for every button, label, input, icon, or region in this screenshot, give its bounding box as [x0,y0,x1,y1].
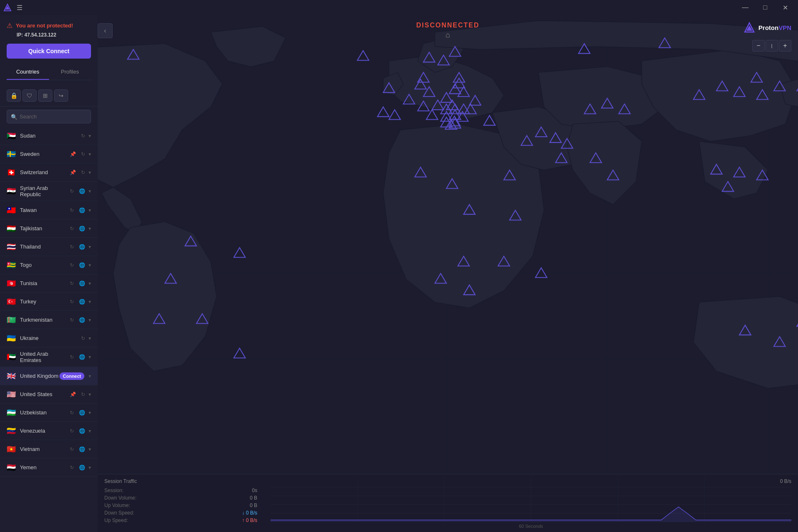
list-item[interactable]: 🇨🇭 Switzerland 📌 ↻ ▾ [0,163,98,182]
collapse-sidebar-button[interactable]: ‹ [98,23,113,38]
flag-icon: 🇹🇯 [7,224,16,233]
chevron-down-icon[interactable]: ▾ [89,428,91,434]
globe-icon[interactable]: 🌐 [77,464,87,471]
globe-icon[interactable]: 🌐 [77,207,87,214]
globe-icon[interactable]: 🌐 [77,187,87,195]
list-item[interactable]: 🇹🇷 Turkey ↻ 🌐 ▾ [0,293,98,311]
filter-lock-button[interactable]: 🔒 [7,89,21,102]
country-actions: ↻ ▾ [79,335,91,342]
refresh-icon[interactable]: ↻ [68,207,76,214]
pin-icon[interactable]: 📌 [68,391,78,398]
list-item[interactable]: 🇺🇸 United States 📌 ↻ ▾ [0,385,98,404]
list-item[interactable]: 🇺🇿 Uzbekistan ↻ 🌐 ▾ [0,404,98,422]
country-actions: ↻ 🌐 ▾ [68,298,91,305]
globe-icon[interactable]: 🌐 [77,225,87,232]
connect-button[interactable]: Connect [59,372,84,380]
titlebar: ☰ — □ ✕ [0,0,798,15]
chevron-down-icon[interactable]: ▾ [89,244,91,250]
minimize-button[interactable]: — [736,0,755,15]
list-item[interactable]: 🇹🇼 Taiwan ↻ 🌐 ▾ [0,201,98,219]
refresh-icon[interactable]: ↻ [68,464,76,471]
country-actions: ↻ 🌐 ▾ [68,409,91,416]
chevron-down-icon[interactable]: ▾ [89,207,91,213]
pin-icon[interactable]: 📌 [68,169,78,176]
chevron-down-icon[interactable]: ▾ [89,392,91,397]
chevron-down-icon[interactable]: ▾ [89,151,91,157]
pin-icon[interactable]: 📌 [68,150,78,158]
list-item[interactable]: 🇹🇭 Thailand ↻ 🌐 ▾ [0,238,98,256]
list-item[interactable]: 🇻🇪 Venezuela ↻ 🌐 ▾ [0,422,98,440]
chevron-down-icon[interactable]: ▾ [89,133,91,139]
chevron-down-icon[interactable]: ▾ [89,465,91,470]
refresh-icon[interactable]: ↻ [68,225,76,232]
globe-icon[interactable]: 🌐 [77,446,87,453]
list-item[interactable]: 🇬🇧 United Kingdom Connect ▾ [0,367,98,385]
refresh-icon[interactable]: ↻ [68,261,76,269]
session-traffic-title: Session Traffic [104,478,257,484]
chevron-down-icon[interactable]: ▾ [89,410,91,416]
flag-icon: 🇺🇸 [7,390,16,399]
menu-icon[interactable]: ☰ [15,2,24,13]
search-icon: 🔍 [11,113,17,120]
refresh-icon[interactable]: ↻ [79,150,87,158]
chevron-down-icon[interactable]: ▾ [89,335,91,341]
chevron-down-icon[interactable]: ▾ [89,226,91,232]
globe-icon[interactable]: 🌐 [77,280,87,287]
refresh-icon[interactable]: ↻ [68,316,76,324]
chevron-down-icon[interactable]: ▾ [89,262,91,268]
speed-chart-panel: 0 B/s [264,474,798,532]
chevron-down-icon[interactable]: ▾ [89,317,91,323]
globe-icon[interactable]: 🌐 [77,298,87,305]
filter-shield-button[interactable]: 🛡 [22,89,37,102]
refresh-icon[interactable]: ↻ [68,427,76,435]
list-item[interactable]: 🇺🇦 Ukraine ↻ ▾ [0,329,98,347]
filter-login-button[interactable]: ↪ [54,89,68,102]
refresh-icon[interactable]: ↻ [68,353,76,361]
list-item[interactable]: 🇾🇪 Yemen ↻ 🌐 ▾ [0,458,98,477]
refresh-icon[interactable]: ↻ [68,298,76,305]
list-item[interactable]: 🇹🇯 Tajikistan ↻ 🌐 ▾ [0,219,98,238]
list-item[interactable]: 🇻🇳 Vietnam ↻ 🌐 ▾ [0,440,98,458]
country-actions: ↻ 🌐 ▾ [68,261,91,269]
refresh-icon[interactable]: ↻ [68,409,76,416]
globe-icon[interactable]: 🌐 [77,427,87,435]
tab-profiles[interactable]: Profiles [49,64,91,80]
globe-icon[interactable]: 🌐 [77,243,87,251]
up-speed-value: ↑ 0 B/s [242,517,257,523]
globe-icon[interactable]: 🌐 [77,261,87,269]
country-actions: 📌 ↻ ▾ [68,150,91,158]
refresh-icon[interactable]: ↻ [68,243,76,251]
chevron-down-icon[interactable]: ▾ [89,170,91,175]
chevron-down-icon[interactable]: ▾ [89,446,91,452]
refresh-icon[interactable]: ↻ [79,169,87,176]
refresh-icon[interactable]: ↻ [68,280,76,287]
globe-icon[interactable]: 🌐 [77,316,87,324]
list-item[interactable]: 🇸🇪 Sweden 📌 ↻ ▾ [0,145,98,163]
chevron-down-icon[interactable]: ▾ [89,373,91,379]
list-item[interactable]: 🇸🇩 Sudan ↻ ▾ [0,127,98,145]
chevron-down-icon[interactable]: ▾ [89,188,91,194]
refresh-icon[interactable]: ↻ [79,391,87,398]
list-item[interactable]: 🇹🇬 Togo ↻ 🌐 ▾ [0,256,98,274]
chevron-down-icon[interactable]: ▾ [89,354,91,360]
quick-connect-button[interactable]: Quick Connect [7,44,91,59]
search-input[interactable] [7,110,91,123]
refresh-icon[interactable]: ↻ [79,132,87,140]
chevron-down-icon[interactable]: ▾ [89,299,91,305]
list-item[interactable]: 🇸🇾 Syrian Arab Republic ↻ 🌐 ▾ [0,182,98,201]
chevron-down-icon[interactable]: ▾ [89,281,91,286]
list-item[interactable]: 🇦🇪 United Arab Emirates ↻ 🌐 ▾ [0,347,98,367]
refresh-icon[interactable]: ↻ [68,446,76,453]
filter-layers-button[interactable]: ⊞ [38,89,52,102]
home-icon[interactable]: ⌂ [446,31,450,39]
world-map [98,15,798,532]
list-item[interactable]: 🇹🇳 Tunisia ↻ 🌐 ▾ [0,274,98,293]
list-item[interactable]: 🇹🇲 Turkmenistan ↻ 🌐 ▾ [0,311,98,329]
refresh-icon[interactable]: ↻ [79,335,87,342]
refresh-icon[interactable]: ↻ [68,187,76,195]
tab-countries[interactable]: Countries [7,64,49,80]
maximize-button[interactable]: □ [756,0,775,15]
close-button[interactable]: ✕ [776,0,795,15]
globe-icon[interactable]: 🌐 [77,353,87,361]
globe-icon[interactable]: 🌐 [77,409,87,416]
